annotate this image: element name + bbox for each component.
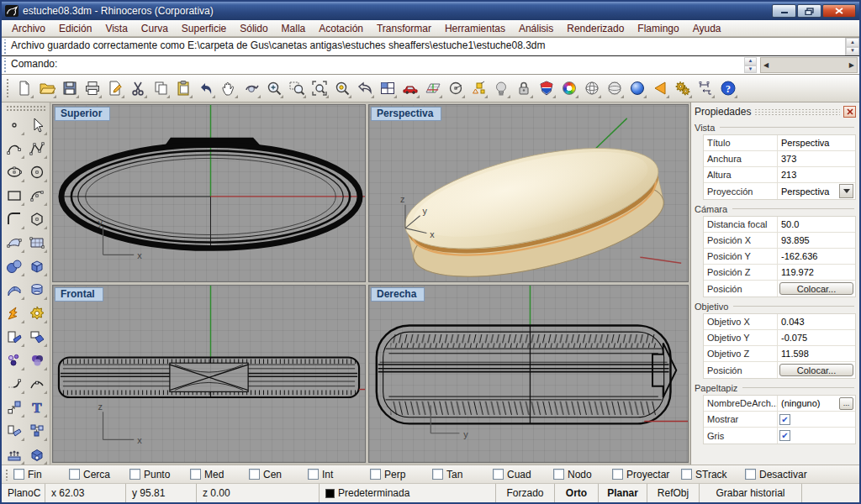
viewport-label-perspectiva[interactable]: Perspectiva: [371, 107, 441, 121]
sidetool-trim-button[interactable]: [3, 325, 26, 349]
sidetool-curve-freeform-button[interactable]: [3, 137, 26, 160]
sidetool-scale-button[interactable]: [3, 396, 26, 419]
toolbar-cplane-grid-button[interactable]: [421, 77, 444, 100]
toolbar-render-shield-button[interactable]: [535, 77, 557, 100]
browse-file-button[interactable]: ...: [839, 397, 853, 410]
prop-value-titulo[interactable]: Perspectiva: [779, 138, 853, 148]
prop-checkbox-gris[interactable]: [779, 430, 790, 441]
viewport-frontal[interactable]: z x Frontal: [52, 285, 366, 463]
viewport-label-derecha[interactable]: Derecha: [371, 287, 425, 302]
sidetool-extrude-button[interactable]: [3, 443, 26, 466]
checkbox-unchecked-icon[interactable]: [553, 469, 564, 480]
prop-value-proyeccion[interactable]: Perspectiva: [779, 186, 839, 197]
checkbox-unchecked-icon[interactable]: [13, 469, 24, 480]
sidetool-boolean-button[interactable]: [26, 302, 49, 325]
checkbox-unchecked-icon[interactable]: [432, 469, 443, 480]
sidetool-surface-bend-button[interactable]: [3, 278, 26, 302]
viewport-superior[interactable]: y x Superior: [52, 104, 366, 282]
menu-transformar[interactable]: Transformar: [370, 21, 438, 36]
toolbar-sphere-wireframe-button[interactable]: [580, 77, 603, 100]
checkbox-unchecked-icon[interactable]: [370, 469, 381, 480]
sidetool-copy-object-button[interactable]: [3, 419, 26, 443]
toolbar-sphere-ghosted-button[interactable]: [603, 77, 626, 100]
command-hscroll[interactable]: ◀ ▶: [760, 57, 858, 73]
toolbar-paste-button[interactable]: [172, 77, 194, 100]
sidetool-extend-curve-button[interactable]: [3, 372, 26, 396]
osnap-nodo[interactable]: Nodo: [553, 469, 612, 480]
toolbar-lamp-button[interactable]: [489, 77, 512, 100]
sidetool-select-arrow-button[interactable]: [26, 113, 49, 137]
toolbar-open-file-button[interactable]: [35, 77, 58, 100]
toolbar-car-button[interactable]: [399, 77, 421, 100]
toolbar-undo-button[interactable]: [194, 77, 217, 100]
osnap-cerca[interactable]: Cerca: [69, 469, 129, 480]
toolbar-sphere-render-button[interactable]: [626, 77, 648, 100]
menu-renderizado[interactable]: Renderizado: [560, 21, 631, 36]
sidetool-spheres-button[interactable]: [3, 255, 26, 278]
checkbox-unchecked-icon[interactable]: [493, 469, 504, 480]
toolbar-color-wheel-button[interactable]: [557, 77, 580, 100]
prop-value-altura[interactable]: 213: [779, 170, 853, 180]
osnap-cen[interactable]: Cen: [249, 469, 308, 480]
sidetool-box-button[interactable]: [26, 255, 49, 278]
menu-analisis[interactable]: Análisis: [512, 21, 560, 36]
toolbar-page-edit-button[interactable]: [103, 77, 126, 100]
menu-solido[interactable]: Sólido: [233, 21, 274, 36]
status-toggle-grabar-historial[interactable]: Grabar historial: [700, 484, 802, 502]
command-spin-down-button[interactable]: ▼: [744, 66, 757, 74]
sidetool-arc-button[interactable]: [26, 184, 49, 207]
menu-superficie[interactable]: Superficie: [175, 21, 233, 36]
checkbox-unchecked-icon[interactable]: [249, 469, 260, 480]
status-coord-z[interactable]: z 0.00: [197, 484, 320, 502]
status-toggle-refobj[interactable]: RefObj: [647, 484, 700, 502]
toolbar-dimension-button[interactable]: [694, 77, 716, 100]
sidetool-polyline-button[interactable]: [26, 137, 49, 160]
status-cplane[interactable]: PlanoC: [2, 484, 45, 502]
checkbox-unchecked-icon[interactable]: [681, 469, 692, 480]
prop-proyeccion-dropdown-button[interactable]: [839, 184, 853, 198]
sidetool-point-button[interactable]: [3, 113, 26, 137]
osnap-proyectar[interactable]: Proyectar: [612, 469, 681, 480]
menu-malla[interactable]: Malla: [275, 21, 313, 36]
minimize-button[interactable]: [772, 4, 796, 18]
prop-value-objetivo-y[interactable]: -0.075: [779, 333, 853, 343]
osnap-cuad[interactable]: Cuad: [493, 469, 553, 480]
prop-value-anchura[interactable]: 373: [779, 154, 853, 164]
toolbar-circle-center-button[interactable]: [444, 77, 467, 100]
sidetool-rectangle-button[interactable]: [3, 184, 26, 207]
menu-herramientas[interactable]: Herramientas: [438, 21, 512, 36]
checkbox-unchecked-icon[interactable]: [612, 469, 623, 480]
toolbar-new-document-button[interactable]: [13, 77, 35, 100]
command-spin-up-button[interactable]: ▲: [744, 57, 757, 66]
scroll-left-icon[interactable]: ◀: [763, 61, 769, 69]
objetivo-posicion-button[interactable]: Colocar...: [779, 364, 853, 376]
status-coord-y[interactable]: y 95.81: [126, 484, 197, 502]
prop-value-posicion-z[interactable]: 119.972: [779, 267, 853, 277]
history-scroll-down-button[interactable]: ▼: [846, 47, 859, 56]
viewport-label-frontal[interactable]: Frontal: [55, 287, 103, 302]
toolbar-zoom-window-button[interactable]: [285, 77, 308, 100]
prop-value-distancia-focal[interactable]: 50.0: [779, 219, 853, 229]
toolbar-cut-button[interactable]: [126, 77, 149, 100]
toolbar-cone-button[interactable]: [648, 77, 671, 100]
toolbar-copy-button[interactable]: [149, 77, 172, 100]
sidetool-surface-grid-button[interactable]: [26, 231, 49, 255]
prop-checkbox-mostrar[interactable]: [779, 414, 790, 425]
osnap-punto[interactable]: Punto: [129, 469, 190, 480]
osnap-fin[interactable]: Fin: [13, 469, 69, 480]
menu-edicion[interactable]: Edición: [52, 21, 98, 36]
osnap-perp[interactable]: Perp: [370, 469, 432, 480]
toolbar-point-objects-button[interactable]: [467, 77, 489, 100]
prop-value-objetivo-x[interactable]: 0.043: [779, 317, 853, 327]
prop-value-nombredearch[interactable]: (ninguno): [779, 398, 839, 408]
toolbar-help-button[interactable]: ?: [716, 77, 739, 100]
sidetool-revolve-button[interactable]: [26, 278, 49, 302]
viewport-perspectiva[interactable]: z y x Perspectiva: [368, 104, 689, 282]
sidetool-ellipse-button[interactable]: [3, 160, 26, 184]
checkbox-unchecked-icon[interactable]: [190, 469, 201, 480]
sidetool-adjust-curve-button[interactable]: [26, 372, 49, 396]
sidetool-split-button[interactable]: [26, 325, 49, 349]
status-toggle-forzado[interactable]: Forzado: [496, 484, 555, 502]
viewport-label-superior[interactable]: Superior: [55, 107, 110, 121]
sidetool-blocks-button[interactable]: [26, 419, 49, 443]
